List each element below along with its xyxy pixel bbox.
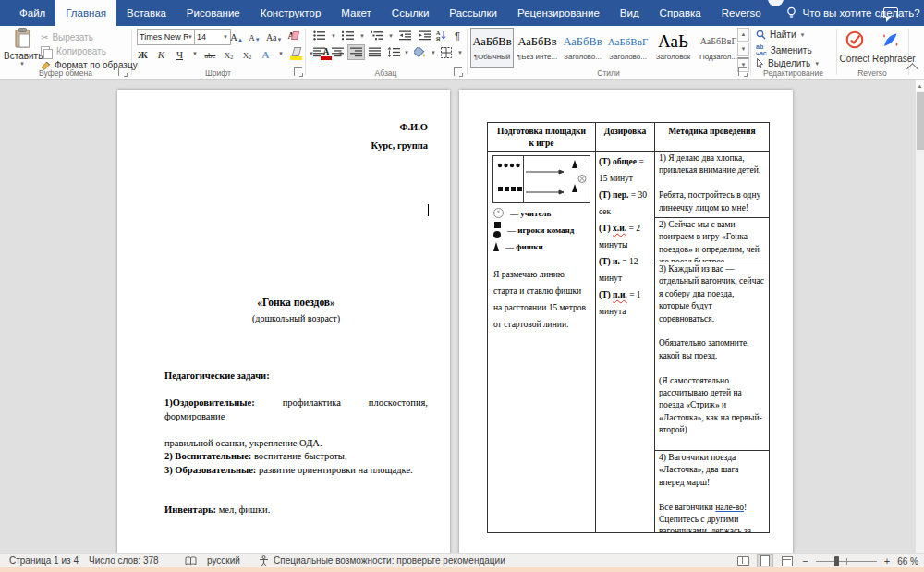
- ribbon-tab-design[interactable]: Конструктор: [250, 0, 332, 26]
- print-layout-button[interactable]: [758, 555, 772, 567]
- show-marks-button[interactable]: ¶: [450, 29, 466, 43]
- bullets-button[interactable]: [311, 29, 327, 43]
- style-card-3[interactable]: АаБбВвГЗаголово...: [606, 28, 650, 68]
- style-card-1[interactable]: АаБбВв¶Без инте...: [516, 28, 559, 68]
- bold-button[interactable]: Ж: [137, 46, 149, 60]
- ribbon-tab-help[interactable]: Справка: [650, 0, 711, 26]
- ribbon-tab-references[interactable]: Ссылки: [382, 0, 440, 26]
- multilevel-list-button[interactable]: [369, 29, 384, 43]
- grow-font-button[interactable]: А▲: [230, 29, 243, 43]
- zoom-slider[interactable]: [816, 556, 877, 566]
- language-indicator[interactable]: русский: [207, 555, 240, 566]
- method-line: [659, 362, 765, 374]
- clear-formatting-button[interactable]: А: [287, 30, 294, 41]
- text-effects-button[interactable]: А: [260, 46, 272, 60]
- multilevel-caret[interactable]: ▼: [388, 33, 394, 39]
- replace-button[interactable]: ab⤷ac Заменить: [756, 43, 812, 56]
- shrink-font-button[interactable]: А▼: [249, 29, 261, 43]
- ribbon-tab-view[interactable]: Вид: [610, 0, 650, 26]
- paste-button[interactable]: Вставить ▼: [4, 28, 41, 74]
- zoom-in-button[interactable]: +: [884, 556, 890, 566]
- font-dialog-launcher[interactable]: [294, 67, 302, 76]
- ribbon-tab-insert[interactable]: Вставка: [116, 0, 176, 26]
- shading-button[interactable]: [412, 45, 428, 59]
- subscript-button[interactable]: X2: [223, 46, 235, 60]
- decrease-indent-button[interactable]: [397, 29, 413, 43]
- ribbon-tab-reverso[interactable]: Reverso: [711, 0, 772, 26]
- ribbon-tab-review[interactable]: Рецензирование: [507, 0, 610, 26]
- highlight-button[interactable]: [290, 47, 302, 60]
- change-case-button[interactable]: Аа▼: [266, 29, 282, 43]
- style-card-2[interactable]: АаБбВвЗаголово...: [561, 28, 604, 68]
- proofing-icon[interactable]: [185, 556, 197, 567]
- ribbon-tab-layout[interactable]: Макет: [331, 0, 382, 26]
- shading-caret[interactable]: ▼: [431, 50, 436, 55]
- line-spacing-button[interactable]: [385, 45, 401, 59]
- numbering-button[interactable]: [340, 29, 356, 43]
- rephraser-button[interactable]: Rephraser: [872, 30, 907, 64]
- document-title: «Гонка поездов»: [164, 297, 428, 308]
- style-card-0[interactable]: АаБбВв¶Обычный: [470, 28, 514, 68]
- font-name-select[interactable]: Times New Roi▼: [137, 29, 196, 45]
- paragraph-dialog-launcher[interactable]: [454, 67, 462, 76]
- method-line: 3) Каждый из вас — отдельный вагончик, с…: [659, 263, 765, 325]
- tell-me-box[interactable]: Что вы хотите сделать?: [786, 0, 920, 26]
- document-page-1[interactable]: Ф.И.О Курс, группа «Гонка поездов» (дошк…: [117, 90, 450, 556]
- borders-caret[interactable]: ▼: [457, 50, 463, 55]
- method-line: Обязательно запомните, какой вы поезд.: [659, 337, 765, 362]
- ribbon-tab-draw[interactable]: Рисование: [176, 0, 250, 26]
- accessibility-icon[interactable]: [259, 555, 269, 568]
- zoom-level[interactable]: 66 %: [897, 556, 918, 566]
- strikethrough-button[interactable]: abc: [204, 46, 216, 60]
- style-name: ¶Без инте...: [517, 53, 558, 61]
- increase-indent-button[interactable]: [417, 29, 432, 43]
- web-layout-button[interactable]: [780, 555, 795, 567]
- copy-button[interactable]: Копировать: [41, 44, 106, 57]
- ribbon-tab-home[interactable]: Главная: [55, 0, 116, 26]
- correct-button[interactable]: Correct: [837, 30, 872, 64]
- word-count[interactable]: Число слов: 378: [89, 555, 159, 566]
- ribbon-tab-file[interactable]: Файл: [9, 0, 55, 26]
- comment-icon[interactable]: [883, 7, 898, 18]
- zoom-slider-thumb[interactable]: [834, 556, 839, 566]
- cut-button[interactable]: ✂ Вырезать: [41, 30, 93, 43]
- read-mode-button[interactable]: [736, 555, 750, 567]
- select-button[interactable]: Выделить▼: [756, 58, 820, 68]
- tasks-heading: Педагогические задачи:: [164, 370, 428, 383]
- style-card-4[interactable]: АаЬЗаголовок: [651, 28, 695, 68]
- scroll-up-arrow[interactable]: ▲: [916, 80, 924, 91]
- style-card-5[interactable]: АаБбВвГПодзагол...: [697, 28, 740, 68]
- align-center-button[interactable]: [330, 45, 346, 59]
- sort-button[interactable]: АЯ: [436, 30, 446, 42]
- text-effects-caret[interactable]: ▼: [278, 51, 284, 56]
- styles-group: АаБбВв¶ОбычныйАаБбВв¶Без инте...АаБбВвЗа…: [467, 26, 750, 79]
- task-line: 3) Образовательные: развитие ориентировк…: [164, 464, 428, 478]
- italic-button[interactable]: К: [155, 46, 167, 60]
- underline-caret[interactable]: ▼: [192, 51, 198, 56]
- document-title-block: «Гонка поездов» (дошкольный возраст): [164, 297, 428, 323]
- numbering-caret[interactable]: ▼: [359, 33, 365, 39]
- font-size-select[interactable]: 14▼: [194, 29, 231, 45]
- zoom-out-button[interactable]: −: [802, 556, 808, 566]
- align-right-button[interactable]: [348, 45, 364, 59]
- page-indicator[interactable]: Страница 1 из 4: [9, 555, 79, 566]
- underline-button[interactable]: Ч: [174, 46, 186, 60]
- vertical-scrollbar[interactable]: ▲: [915, 80, 924, 553]
- paste-dropdown-caret[interactable]: ▼: [4, 61, 41, 67]
- document-page-2[interactable]: Подготовка площадки к игре Дозировка Мет…: [459, 90, 793, 556]
- bullets-caret[interactable]: ▼: [331, 33, 336, 39]
- accessibility-status[interactable]: Специальные возможности: проверьте реком…: [274, 555, 505, 566]
- ribbon-tab-mailings[interactable]: Рассылки: [439, 0, 507, 26]
- line-spacing-caret[interactable]: ▼: [404, 50, 409, 55]
- align-left-button[interactable]: [311, 45, 327, 59]
- clipboard-dialog-launcher[interactable]: [118, 67, 127, 76]
- task-line: 2) Воспитательные: воспитание быстроты.: [164, 450, 428, 464]
- gallery-scroll-up-button[interactable]: ▲: [737, 28, 749, 42]
- find-button[interactable]: Найти▼: [756, 30, 806, 40]
- superscript-button[interactable]: X2: [241, 46, 253, 60]
- borders-button[interactable]: [439, 45, 455, 59]
- styles-dialog-launcher[interactable]: [738, 67, 747, 76]
- justify-button[interactable]: [367, 45, 383, 59]
- scrollbar-thumb[interactable]: [917, 92, 924, 150]
- gallery-scroll-down-button[interactable]: ▼: [737, 43, 749, 56]
